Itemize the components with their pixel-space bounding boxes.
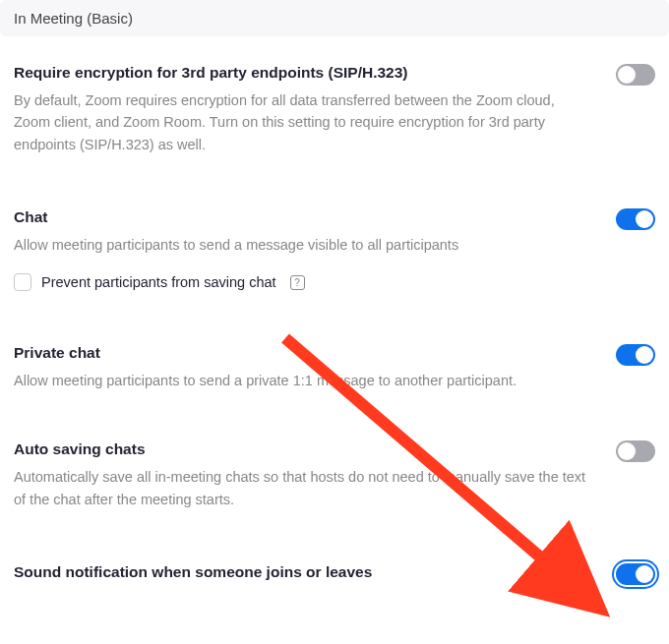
setting-desc: By default, Zoom requires encryption for… [14,89,586,155]
checkbox-label: Prevent participants from saving chat [41,274,276,290]
checkbox-row: Prevent participants from saving chat ? [14,273,586,291]
setting-sound-notification: Sound notification when someone joins or… [14,561,655,589]
setting-auto-saving-chats: Auto saving chats Automatically save all… [14,439,655,510]
setting-title: Sound notification when someone joins or… [14,561,586,583]
toggle-knob [618,442,636,460]
setting-encryption: Require encryption for 3rd party endpoin… [14,62,655,155]
toggle-encryption[interactable] [616,64,655,86]
toggle-private-chat[interactable] [616,344,655,366]
setting-text: Auto saving chats Automatically save all… [14,439,616,510]
help-icon[interactable]: ? [290,275,305,290]
setting-title: Private chat [14,342,586,364]
toggle-knob [636,210,653,228]
setting-desc: Allow meeting participants to send a mes… [14,234,586,256]
setting-chat: Chat Allow meeting participants to send … [14,206,655,291]
setting-text: Require encryption for 3rd party endpoin… [14,62,616,155]
toggle-knob [636,346,653,364]
section-header: In Meeting (Basic) [0,0,669,36]
setting-title: Chat [14,206,586,228]
toggle-sound-notification[interactable] [616,563,655,585]
toggle-knob [636,565,653,583]
toggle-knob [618,66,636,84]
settings-list: Require encryption for 3rd party endpoin… [0,62,669,589]
setting-desc: Automatically save all in-meeting chats … [14,466,586,510]
setting-text: Private chat Allow meeting participants … [14,342,616,391]
setting-title: Auto saving chats [14,439,586,460]
setting-text: Sound notification when someone joins or… [14,561,616,589]
setting-desc: Allow meeting participants to send a pri… [14,370,586,391]
setting-title: Require encryption for 3rd party endpoin… [14,62,586,84]
checkbox-prevent-saving-chat[interactable] [14,273,31,291]
setting-private-chat: Private chat Allow meeting participants … [14,342,655,391]
toggle-chat[interactable] [616,208,655,230]
toggle-auto-saving-chats[interactable] [616,440,655,462]
section-header-text: In Meeting (Basic) [14,10,133,27]
setting-text: Chat Allow meeting participants to send … [14,206,616,291]
